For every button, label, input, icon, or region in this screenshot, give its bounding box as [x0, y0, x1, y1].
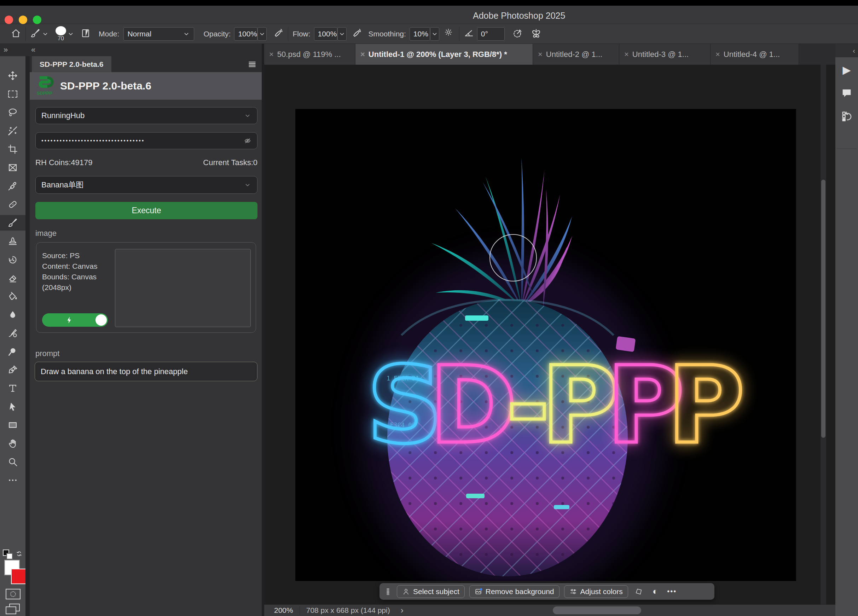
brush-settings-panel-icon[interactable]: [80, 28, 91, 40]
brush-size-chevron-icon[interactable]: [66, 27, 75, 41]
comments-icon[interactable]: [835, 87, 858, 99]
minimize-window-button[interactable]: [19, 16, 27, 24]
status-bar: 200% 708 px x 668 px (144 ppi) ›: [264, 604, 858, 616]
move-tool[interactable]: [0, 68, 25, 84]
close-tab-icon[interactable]: ×: [361, 50, 365, 59]
image-badge-icon: [475, 588, 482, 596]
taskbar-more-icon[interactable]: •••: [666, 587, 678, 596]
background-color-swatch[interactable]: [11, 569, 26, 584]
lasso-tool[interactable]: [0, 105, 25, 120]
dodge-tool[interactable]: [0, 344, 25, 359]
zoom-window-button[interactable]: [33, 16, 41, 24]
doc-tab-untitled-2[interactable]: × Untitled-2 @ 1...: [533, 44, 619, 65]
history-brush-tool[interactable]: [0, 252, 25, 267]
api-key-masked-value: ••••••••••••••••••••••••••••••••••: [41, 138, 244, 144]
zoom-tool[interactable]: [0, 454, 25, 470]
opacity-chevron-icon[interactable]: [258, 27, 267, 41]
canvas-vertical-scrollbar[interactable]: [821, 65, 826, 604]
magic-wand-tool[interactable]: [0, 123, 25, 139]
edit-toolbar-ellipsis[interactable]: [0, 472, 25, 488]
status-chevron-icon[interactable]: ›: [401, 605, 404, 615]
swap-colors-icon[interactable]: [15, 549, 24, 559]
execute-button[interactable]: Execute: [35, 202, 258, 219]
pressure-size-icon[interactable]: [513, 28, 523, 40]
pen-tool[interactable]: [0, 362, 25, 378]
horizontal-scrollbar-thumb[interactable]: [553, 607, 641, 614]
doc-tab-label: 50.psd @ 119% ...: [277, 50, 341, 59]
mode-select[interactable]: Normal: [123, 27, 194, 41]
mixer-brush-tool[interactable]: [0, 325, 25, 341]
symmetry-butterfly-icon[interactable]: [531, 28, 541, 40]
doc-tab-untitled-3[interactable]: × Untitled-3 @ 1...: [619, 44, 710, 65]
brush-preset-chevron-icon[interactable]: [41, 27, 50, 41]
actions-play-icon[interactable]: ▶: [835, 64, 858, 76]
taskbar-grip-icon[interactable]: [384, 586, 392, 597]
opacity-input[interactable]: 100%: [234, 27, 258, 41]
smoothing-options-gear-icon[interactable]: [444, 28, 455, 40]
blur-tool[interactable]: [0, 307, 25, 323]
healing-brush-tool[interactable]: [0, 197, 25, 212]
prompt-input[interactable]: [35, 362, 258, 381]
provider-value: RunningHub: [41, 111, 244, 120]
remove-background-button[interactable]: Remove background: [469, 585, 560, 598]
flow-input[interactable]: 100%: [314, 27, 337, 41]
panel-tab-sdppp[interactable]: SD-PPP 2.0-beta.6: [32, 56, 111, 72]
prompt-section-label: prompt: [35, 349, 59, 358]
brush-size-picker[interactable]: 70: [56, 26, 66, 42]
document-tab-bar: × 50.psd @ 119% ... × Untitled-1 @ 200% …: [264, 44, 835, 65]
collapse-right-strip-chevron[interactable]: ‹: [853, 47, 855, 55]
transform-icon[interactable]: [633, 588, 645, 596]
type-tool[interactable]: [0, 380, 25, 396]
eraser-tool[interactable]: [0, 270, 25, 286]
workflow-select[interactable]: Banana单图: [35, 176, 258, 194]
vertical-scrollbar-thumb[interactable]: [821, 180, 825, 438]
rectangular-marquee-tool[interactable]: [0, 86, 25, 102]
history-panel-icon[interactable]: [835, 110, 858, 123]
provider-select[interactable]: RunningHub: [35, 107, 258, 124]
paint-bucket-tool[interactable]: [0, 289, 25, 304]
eyedropper-tool[interactable]: [0, 178, 25, 194]
close-tab-icon[interactable]: ×: [538, 50, 542, 59]
doc-tab-untitled-4[interactable]: × Untitled-4 @ 1...: [710, 44, 799, 65]
expand-toolbar-chevrons[interactable]: »: [3, 45, 7, 54]
clone-stamp-tool[interactable]: [0, 233, 25, 249]
image-meta-text: Source: PS Content: Canvas Bounds: Canva…: [42, 250, 117, 293]
default-colors-icon[interactable]: [3, 549, 14, 560]
select-subject-button[interactable]: Select subject: [397, 585, 465, 598]
panel-menu-hamburger-icon[interactable]: [247, 60, 257, 69]
rectangle-tool[interactable]: [0, 417, 25, 433]
frame-tool[interactable]: [0, 160, 25, 175]
brush-tool-selected[interactable]: [0, 215, 25, 231]
brush-angle-input[interactable]: 0°: [477, 27, 505, 41]
smoothing-chevron-icon[interactable]: [430, 27, 439, 41]
close-window-button[interactable]: [5, 16, 13, 24]
quick-mask-button[interactable]: [6, 589, 20, 599]
zoom-level-value[interactable]: 200%: [274, 606, 293, 614]
canvas-area[interactable]: 1 E5CA 31 E3C4 00 S D - P P P: [264, 65, 833, 604]
doc-tab-50psd[interactable]: × 50.psd @ 119% ...: [264, 44, 356, 65]
canvas-document[interactable]: 1 E5CA 31 E3C4 00 S D - P P P: [295, 109, 796, 581]
screen-mode-button[interactable]: [6, 607, 16, 614]
image-source-line: Source: PS: [42, 250, 117, 261]
image-preview-box[interactable]: [115, 249, 251, 327]
adjust-colors-button[interactable]: Adjust colors: [564, 585, 628, 598]
adjustments-contrast-icon[interactable]: ◐: [649, 586, 661, 597]
image-section-label: image: [35, 229, 57, 238]
airbrush-icon[interactable]: [351, 28, 362, 40]
close-tab-icon[interactable]: ×: [269, 50, 274, 59]
path-selection-tool[interactable]: [0, 399, 25, 414]
home-button[interactable]: [11, 28, 21, 40]
opacity-pressure-icon[interactable]: [273, 28, 284, 40]
toggle-key-visibility-icon[interactable]: [244, 137, 252, 144]
doc-tab-untitled-1[interactable]: × Untitled-1 @ 200% (Layer 3, RGB/8*) *: [356, 44, 533, 65]
close-tab-icon[interactable]: ×: [715, 50, 720, 59]
smoothing-input[interactable]: 10%: [410, 27, 430, 41]
flow-chevron-icon[interactable]: [337, 27, 347, 41]
hand-tool[interactable]: [0, 436, 25, 451]
auto-sync-toggle[interactable]: [42, 313, 108, 327]
crop-tool[interactable]: [0, 141, 25, 157]
api-key-input[interactable]: ••••••••••••••••••••••••••••••••••: [35, 132, 258, 149]
close-tab-icon[interactable]: ×: [624, 50, 629, 59]
brush-tool-preset-icon[interactable]: [30, 28, 41, 40]
collapse-panel-chevrons[interactable]: «: [31, 45, 35, 54]
